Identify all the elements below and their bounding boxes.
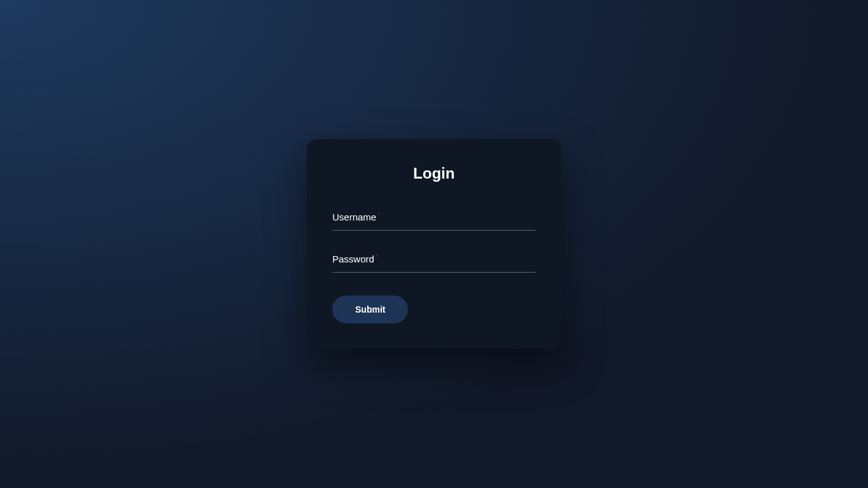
required-mark-icon: * — [376, 254, 378, 261]
login-title: Login — [332, 165, 536, 182]
password-label-row: Password* — [332, 254, 378, 265]
username-group: Username* — [332, 208, 536, 231]
submit-button[interactable]: Submit — [332, 295, 408, 323]
password-label: Password — [332, 254, 374, 264]
username-label: Username — [332, 212, 376, 222]
password-group: Password* — [332, 250, 536, 273]
username-label-row: Username* — [332, 212, 380, 223]
login-card: Login Username* Password* Submit — [307, 139, 561, 349]
required-mark-icon: * — [377, 212, 380, 219]
